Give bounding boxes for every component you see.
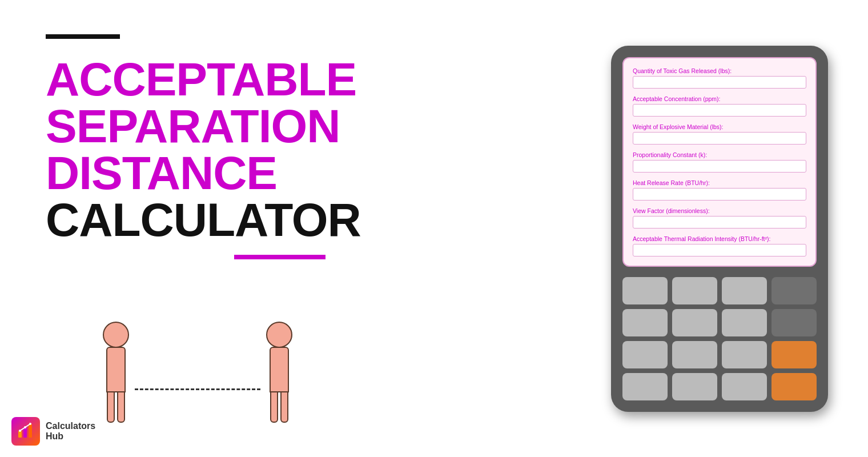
logo-name-line2: Hub — [46, 431, 95, 442]
person-right-body — [270, 347, 289, 392]
calc-btn-7[interactable] — [722, 309, 767, 336]
person-right-legs — [270, 391, 288, 423]
field-view-factor: View Factor (dimensionless): — [633, 207, 806, 228]
calc-btn-11[interactable] — [722, 341, 767, 368]
calc-btn-1[interactable] — [622, 277, 668, 304]
calculator: Quantity of Toxic Gas Released (lbs): Ac… — [611, 46, 828, 412]
calc-btn-4[interactable] — [771, 277, 817, 304]
left-section: ACCEPTABLE SEPARATION DISTANCE CALCULATO… — [0, 0, 600, 457]
calc-btn-2[interactable] — [672, 277, 717, 304]
person-right-leg-left — [270, 391, 278, 423]
right-section: Quantity of Toxic Gas Released (lbs): Ac… — [600, 46, 839, 412]
person-right-leg-right — [280, 391, 288, 423]
person-left-head — [103, 322, 129, 348]
calc-btn-6[interactable] — [672, 309, 717, 336]
logo-svg — [17, 423, 34, 440]
calc-btn-equals-bottom[interactable] — [771, 373, 817, 400]
calculator-buttons — [622, 277, 817, 400]
field-concentration-input[interactable] — [633, 104, 806, 117]
person-left-body — [106, 347, 126, 392]
calc-btn-5[interactable] — [622, 309, 668, 336]
field-heat-release-input[interactable] — [633, 188, 806, 201]
svg-rect-2 — [29, 424, 32, 438]
person-left-leg-right — [117, 391, 125, 423]
field-view-factor-input[interactable] — [633, 216, 806, 228]
calc-btn-equals-top[interactable] — [771, 341, 817, 368]
logo-text: Calculators Hub — [46, 421, 95, 442]
calc-btn-14[interactable] — [722, 373, 767, 400]
field-explosive-weight-label: Weight of Explosive Material (lbs): — [633, 123, 806, 130]
field-prop-constant-input[interactable] — [633, 160, 806, 173]
mid-decorative-bar — [234, 255, 326, 259]
person-left — [103, 322, 129, 423]
title-block: ACCEPTABLE SEPARATION DISTANCE CALCULATO… — [46, 56, 554, 243]
calc-btn-13[interactable] — [672, 373, 717, 400]
svg-rect-1 — [23, 427, 27, 438]
top-decorative-bar — [46, 34, 120, 39]
svg-point-5 — [29, 423, 31, 425]
field-view-factor-label: View Factor (dimensionless): — [633, 207, 806, 214]
field-explosive-weight-input[interactable] — [633, 132, 806, 145]
logo-name-line1: Calculators — [46, 421, 95, 431]
field-thermal-radiation: Acceptable Thermal Radiation Intensity (… — [633, 235, 806, 256]
field-concentration: Acceptable Concentration (ppm): — [633, 95, 806, 117]
field-explosive-weight: Weight of Explosive Material (lbs): — [633, 123, 806, 145]
field-thermal-radiation-input[interactable] — [633, 244, 806, 256]
svg-point-3 — [19, 430, 21, 432]
title-line3: CALCULATOR — [46, 197, 554, 243]
calc-btn-10[interactable] — [672, 341, 717, 368]
field-heat-release: Heat Release Rate (BTU/hr): — [633, 179, 806, 201]
field-thermal-radiation-label: Acceptable Thermal Radiation Intensity (… — [633, 235, 806, 242]
calc-btn-8[interactable] — [771, 309, 817, 336]
svg-point-4 — [24, 426, 26, 428]
logo-icon — [11, 417, 40, 446]
person-right — [266, 322, 292, 423]
calc-btn-3[interactable] — [722, 277, 767, 304]
title-line1: ACCEPTABLE — [46, 56, 554, 103]
separation-line — [135, 388, 260, 390]
field-concentration-label: Acceptable Concentration (ppm): — [633, 95, 806, 102]
person-right-head — [266, 322, 292, 348]
field-prop-constant: Proportionality Constant (k): — [633, 151, 806, 173]
person-left-legs — [107, 391, 125, 423]
field-toxic-gas: Quantity of Toxic Gas Released (lbs): — [633, 67, 806, 89]
field-toxic-gas-input[interactable] — [633, 76, 806, 89]
field-prop-constant-label: Proportionality Constant (k): — [633, 151, 806, 158]
title-line2: SEPARATION DISTANCE — [46, 103, 554, 197]
calculator-screen: Quantity of Toxic Gas Released (lbs): Ac… — [622, 57, 817, 267]
illustration — [103, 322, 292, 423]
logo: Calculators Hub — [11, 417, 95, 446]
calc-btn-12[interactable] — [622, 373, 668, 400]
field-heat-release-label: Heat Release Rate (BTU/hr): — [633, 179, 806, 186]
person-left-leg-left — [107, 391, 115, 423]
field-toxic-gas-label: Quantity of Toxic Gas Released (lbs): — [633, 67, 806, 74]
calc-btn-9[interactable] — [622, 341, 668, 368]
